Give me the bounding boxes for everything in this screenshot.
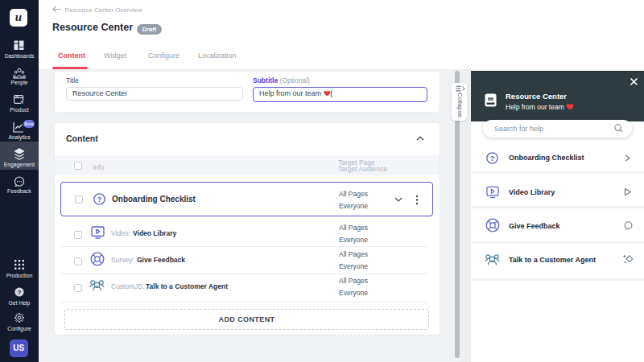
svg-text:?: ? (18, 289, 22, 296)
svg-text:?: ? (97, 195, 102, 204)
svg-text:?: ? (490, 154, 495, 162)
